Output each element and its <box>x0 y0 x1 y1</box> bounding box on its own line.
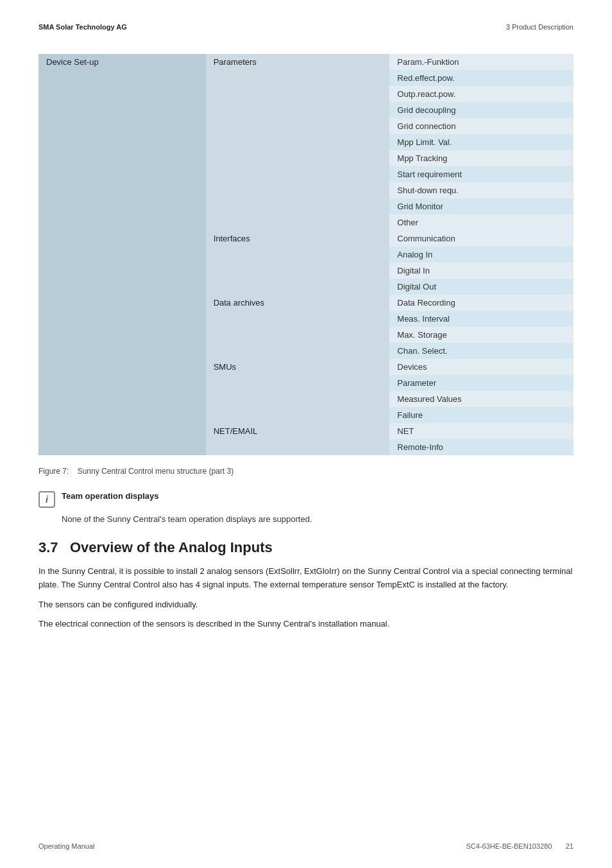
category-cell: Interfaces <box>206 230 390 295</box>
section-number: 3.7 <box>38 539 58 555</box>
item-cell: Digital In <box>389 263 574 279</box>
item-cell: Other <box>389 214 574 230</box>
figure-caption: Figure 7: Sunny Central Control menu str… <box>38 467 574 476</box>
item-cell: Measured Values <box>389 391 574 407</box>
item-cell: Max. Storage <box>389 327 574 343</box>
item-cell: Grid Monitor <box>389 198 574 214</box>
info-body: None of the Sunny Central's team operati… <box>62 514 574 524</box>
info-icon: i <box>38 491 55 508</box>
info-title: Team operation displays <box>62 491 158 501</box>
item-cell: Analog In <box>389 247 574 263</box>
item-cell: Grid decoupling <box>389 102 574 118</box>
item-cell: Red.effect.pow. <box>389 70 574 86</box>
footer-page: 21 <box>566 842 574 850</box>
header-left: SMA Solar Technology AG <box>38 23 127 31</box>
paragraph-2: The electrical connection of the sensors… <box>38 618 574 631</box>
item-cell: Parameter <box>389 375 574 391</box>
device-cell: Device Set-up <box>38 54 206 455</box>
footer-left: Operating Manual <box>38 842 94 850</box>
footer-doc: SC4-63HE-BE-BEN103280 <box>466 842 552 850</box>
item-cell: Chan. Select. <box>389 343 574 359</box>
item-cell: Param.-Funktion <box>389 54 574 70</box>
menu-table: Device Set-upParametersParam.-FunktionRe… <box>38 54 574 455</box>
item-cell: Start requirement <box>389 166 574 182</box>
section-heading: 3.7 Overview of the Analog Inputs <box>38 539 574 556</box>
page-footer: Operating Manual SC4-63HE-BE-BEN103280 2… <box>38 842 574 850</box>
section-title: Overview of the Analog Inputs <box>70 539 273 555</box>
paragraph-0: In the Sunny Central, it is possible to … <box>38 565 574 592</box>
footer-right: SC4-63HE-BE-BEN103280 21 <box>466 842 574 850</box>
item-cell: Shut-down requ. <box>389 182 574 198</box>
item-cell: Mpp Tracking <box>389 150 574 166</box>
item-cell: Grid connection <box>389 118 574 134</box>
item-cell: Communication <box>389 230 574 247</box>
item-cell: NET <box>389 423 574 439</box>
category-cell: NET/EMAIL <box>206 423 390 455</box>
page-header: SMA Solar Technology AG 3 Product Descri… <box>38 23 574 31</box>
item-cell: Devices <box>389 359 574 375</box>
item-cell: Mpp Limit. Val. <box>389 134 574 150</box>
item-cell: Outp.react.pow. <box>389 86 574 102</box>
item-cell: Data Recording <box>389 295 574 311</box>
item-cell: Remote-Info <box>389 439 574 455</box>
item-cell: Failure <box>389 407 574 423</box>
page: SMA Solar Technology AG 3 Product Descri… <box>0 0 612 868</box>
category-cell: Parameters <box>206 54 390 230</box>
item-cell: Meas. Interval <box>389 311 574 327</box>
info-box: i Team operation displays <box>38 491 574 508</box>
category-cell: Data archives <box>206 295 390 359</box>
item-cell: Digital Out <box>389 279 574 295</box>
header-right: 3 Product Description <box>506 23 574 31</box>
category-cell: SMUs <box>206 359 390 423</box>
paragraph-1: The sensors can be configured individual… <box>38 598 574 612</box>
body-paragraphs: In the Sunny Central, it is possible to … <box>38 565 574 631</box>
